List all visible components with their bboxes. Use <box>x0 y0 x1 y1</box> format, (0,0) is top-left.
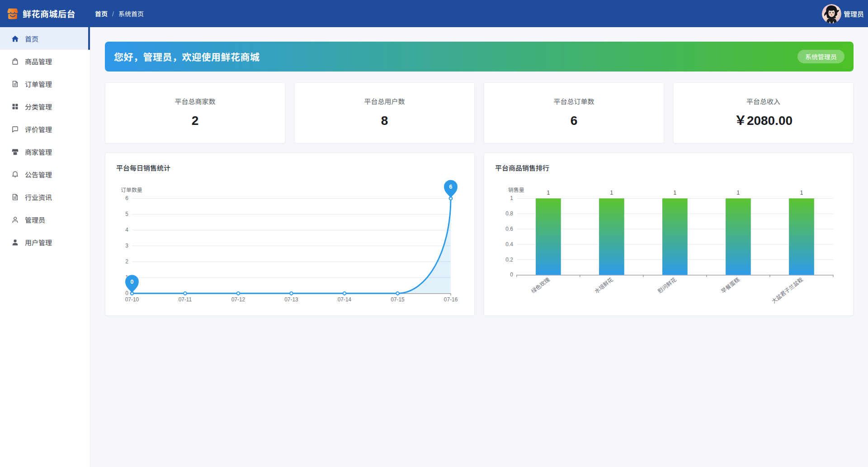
breadcrumb-home[interactable]: 首页 <box>95 9 108 18</box>
stat-value: ￥2080.00 <box>674 112 853 127</box>
y-axis-label: 0.2 <box>505 255 513 263</box>
y-axis-label: 2 <box>125 257 128 265</box>
sidebar-item-admins[interactable]: 管理员 <box>0 208 90 231</box>
stats-row: 平台总商家数2平台总用户数8平台总订单数6平台总收入￥2080.00 <box>105 82 854 143</box>
stat-card-revenue-total: 平台总收入￥2080.00 <box>673 82 854 143</box>
bar-value-label: 1 <box>674 188 677 196</box>
y-axis-label: 4 <box>125 225 128 233</box>
x-axis-label: 绿色玫瑰 <box>529 275 551 295</box>
bar-2[interactable] <box>662 198 688 275</box>
product-sales-bar-chart[interactable]: 销售量00.20.40.60.811绿色玫瑰1水培鲜花1慰问鲜花1早餐蛋糕1大盆… <box>484 153 853 315</box>
storefront-logo-icon <box>5 6 20 21</box>
stat-card-order-total: 平台总订单数6 <box>484 82 664 143</box>
data-point-1[interactable] <box>184 292 187 295</box>
sidebar-item-home[interactable]: 首页 <box>0 27 90 50</box>
document-icon <box>11 80 19 88</box>
y-axis-label: 0.8 <box>505 209 513 217</box>
app-title: 鲜花商城后台 <box>23 0 75 27</box>
mark-point-label: 6 <box>449 182 453 191</box>
role-badge: 系统管理员 <box>797 50 844 63</box>
x-axis-label: 07-16 <box>444 295 458 303</box>
x-axis-label: 07-11 <box>179 295 192 303</box>
stat-value: 6 <box>484 112 664 127</box>
sidebar-item-label: 用户管理 <box>25 238 52 247</box>
x-axis-label: 07-14 <box>338 295 352 303</box>
y-axis-label: 3 <box>125 241 128 249</box>
data-point-4[interactable] <box>343 292 346 295</box>
y-axis-label: 0.4 <box>505 240 513 248</box>
sidebar-item-label: 管理员 <box>25 215 45 224</box>
home-icon <box>11 35 19 43</box>
bar-value-label: 1 <box>800 188 803 196</box>
sidebar-item-users[interactable]: 用户管理 <box>0 231 90 253</box>
welcome-message: 您好，管理员，欢迎使用鲜花商城 <box>114 50 260 63</box>
x-axis-label: 大盆君子兰盆栽 <box>770 275 804 305</box>
sidebar-menu: 首页商品管理订单管理分类管理评价管理商家管理公告管理行业资讯管理员用户管理 <box>0 27 90 253</box>
y-axis-label: 5 <box>125 210 128 217</box>
bar-3[interactable] <box>726 198 751 275</box>
sidebar-item-label: 订单管理 <box>25 79 52 89</box>
data-point-3[interactable] <box>290 292 293 295</box>
welcome-banner: 您好，管理员，欢迎使用鲜花商城 系统管理员 <box>105 42 854 71</box>
bar-value-label: 1 <box>547 188 550 196</box>
user-filled-icon <box>11 238 19 246</box>
breadcrumb-current[interactable]: 系统首页 <box>118 9 144 18</box>
grid-icon <box>11 103 19 110</box>
avatar[interactable] <box>822 4 841 24</box>
data-point-2[interactable] <box>237 292 240 295</box>
y-axis-name: 订单数量 <box>121 186 142 193</box>
sidebar-item-label: 商品管理 <box>25 57 52 66</box>
sidebar-item-label: 商家管理 <box>25 147 52 157</box>
stat-card-merchant-total: 平台总商家数2 <box>105 82 285 143</box>
stat-label: 平台总订单数 <box>484 96 664 106</box>
user-menu[interactable]: 管理员 <box>822 0 864 27</box>
daily-sales-line-chart[interactable]: 订单数量012345607-1007-1107-1207-1307-1407-1… <box>105 153 474 315</box>
stat-card-user-total: 平台总用户数8 <box>294 82 475 143</box>
y-axis-label: 1 <box>510 194 513 201</box>
chat-icon <box>11 125 19 133</box>
x-axis-label: 07-12 <box>231 295 245 303</box>
storefront-icon <box>11 148 19 156</box>
sidebar-item-orders[interactable]: 订单管理 <box>0 72 90 95</box>
y-axis-label: 6 <box>125 194 128 201</box>
user-outline-icon <box>11 216 19 224</box>
sidebar-item-label: 公告管理 <box>25 170 52 179</box>
document-icon <box>11 193 19 201</box>
y-axis-label: 0.6 <box>505 224 513 232</box>
charts-row: 平台每日销售统计 订单数量012345607-1007-1107-1207-13… <box>105 152 854 316</box>
sidebar-item-news[interactable]: 行业资讯 <box>0 186 90 208</box>
x-axis-label: 慰问鲜花 <box>656 275 678 295</box>
bar-0[interactable] <box>536 198 561 275</box>
sidebar-item-categories[interactable]: 分类管理 <box>0 95 90 118</box>
sidebar-item-label: 分类管理 <box>25 102 52 111</box>
stat-value: 2 <box>105 112 285 127</box>
sidebar-item-label: 评价管理 <box>25 124 52 134</box>
username[interactable]: 管理员 <box>844 9 864 19</box>
sidebar-item-label: 行业资讯 <box>25 192 52 202</box>
product-ranking-chart-card: 平台商品销售排行 销售量00.20.40.60.811绿色玫瑰1水培鲜花1慰问鲜… <box>484 152 854 316</box>
bar-1[interactable] <box>599 198 624 275</box>
y-axis-label: 0 <box>510 270 513 278</box>
x-axis-label: 早餐蛋糕 <box>719 275 741 295</box>
stat-label: 平台总收入 <box>674 96 853 106</box>
sidebar: 首页商品管理订单管理分类管理评价管理商家管理公告管理行业资讯管理员用户管理 <box>0 27 90 467</box>
mark-point: 6 <box>444 180 458 199</box>
bar-value-label: 1 <box>737 188 740 196</box>
stat-label: 平台总用户数 <box>295 96 474 106</box>
main-content: 您好，管理员，欢迎使用鲜花商城 系统管理员 平台总商家数2平台总用户数8平台总订… <box>90 27 868 467</box>
stat-value: 8 <box>295 112 474 127</box>
daily-sales-chart-card: 平台每日销售统计 订单数量012345607-1007-1107-1207-13… <box>105 152 475 316</box>
app-logo[interactable] <box>5 6 20 21</box>
stat-label: 平台总商家数 <box>105 96 285 106</box>
bar-4[interactable] <box>789 198 814 275</box>
breadcrumb-separator: / <box>112 9 114 18</box>
sidebar-item-announcements[interactable]: 公告管理 <box>0 163 90 186</box>
avatar-image <box>822 4 841 24</box>
data-point-5[interactable] <box>396 292 399 295</box>
sidebar-item-products[interactable]: 商品管理 <box>0 50 90 72</box>
y-axis-name: 销售量 <box>508 186 524 193</box>
mark-point-label: 0 <box>130 277 133 286</box>
sidebar-item-merchants[interactable]: 商家管理 <box>0 140 90 163</box>
sidebar-item-reviews[interactable]: 评价管理 <box>0 118 90 140</box>
x-axis-label: 07-15 <box>391 295 405 303</box>
